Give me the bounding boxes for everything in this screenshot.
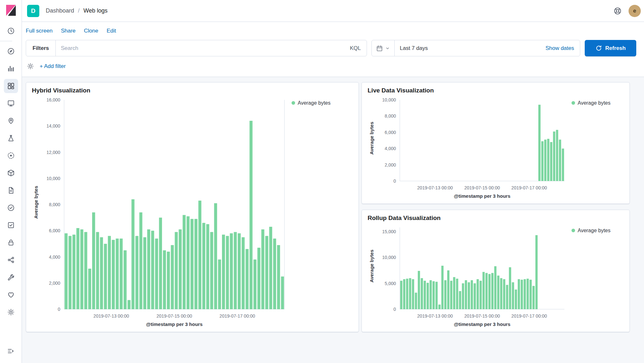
bar[interactable] (116, 239, 119, 309)
bar[interactable] (163, 250, 166, 309)
bar[interactable] (553, 131, 555, 181)
full-screen-link[interactable]: Full screen (26, 28, 53, 34)
bar[interactable] (254, 260, 256, 309)
bar[interactable] (96, 232, 99, 309)
bar[interactable] (453, 277, 455, 309)
sidebar-item-maps[interactable] (0, 112, 22, 129)
bar[interactable] (155, 239, 158, 309)
sidebar-item-infrastructure[interactable] (0, 147, 22, 164)
bar[interactable] (500, 278, 502, 309)
bar[interactable] (506, 285, 508, 309)
bar[interactable] (518, 279, 520, 309)
bar[interactable] (479, 281, 482, 309)
bar[interactable] (151, 231, 154, 309)
sidebar-item-logs[interactable] (0, 164, 22, 182)
bar[interactable] (559, 139, 561, 181)
sidebar-item-machine-learning[interactable] (0, 129, 22, 147)
kibana-logo-icon[interactable] (6, 5, 16, 17)
filter-options-button[interactable] (26, 62, 34, 70)
hybrid-chart-plot[interactable]: 02,0004,0006,0008,00010,00012,00014,0001… (40, 95, 287, 329)
bar[interactable] (429, 280, 432, 309)
bar[interactable] (400, 281, 402, 309)
user-avatar[interactable]: e (629, 5, 641, 17)
bar[interactable] (427, 283, 429, 309)
rollup-chart-plot[interactable]: 05,00010,00015,0002019-07-13 00:002019-0… (376, 223, 567, 329)
bar[interactable] (538, 105, 541, 181)
bar[interactable] (100, 237, 103, 309)
bar[interactable] (190, 219, 193, 309)
bar[interactable] (465, 280, 467, 309)
bar[interactable] (159, 218, 162, 309)
bar[interactable] (544, 139, 546, 181)
bar[interactable] (214, 203, 217, 309)
bar[interactable] (438, 305, 441, 309)
bar[interactable] (535, 235, 538, 309)
bar[interactable] (104, 244, 107, 309)
bar[interactable] (436, 282, 438, 309)
sidebar-item-apm[interactable] (0, 182, 22, 199)
bar[interactable] (124, 250, 127, 309)
date-range-value[interactable]: Last 7 days (395, 45, 428, 52)
bar[interactable] (424, 281, 426, 309)
bar[interactable] (171, 245, 174, 309)
bar[interactable] (179, 229, 182, 309)
bar[interactable] (403, 279, 405, 309)
sidebar-item-recently-viewed[interactable] (0, 22, 22, 40)
bar[interactable] (547, 139, 549, 181)
bar[interactable] (524, 279, 526, 309)
chart-legend[interactable]: Average bytes (567, 95, 624, 200)
bar[interactable] (462, 283, 464, 309)
space-badge[interactable]: D (27, 5, 39, 17)
bar[interactable] (64, 233, 67, 309)
bar[interactable] (198, 201, 201, 309)
filters-button[interactable]: Filters (26, 40, 56, 56)
bar[interactable] (273, 239, 276, 309)
bar[interactable] (459, 291, 461, 309)
bar[interactable] (476, 279, 479, 309)
bar[interactable] (218, 260, 221, 309)
date-quick-menu-button[interactable] (372, 40, 395, 56)
sidebar-item-dashboard[interactable] (0, 77, 22, 95)
bar[interactable] (175, 232, 178, 309)
bar[interactable] (226, 236, 229, 310)
chart-legend[interactable]: Average bytes (287, 95, 353, 329)
bar[interactable] (139, 212, 142, 309)
bar[interactable] (112, 240, 115, 309)
bar[interactable] (497, 276, 499, 309)
bar[interactable] (412, 279, 414, 309)
bar[interactable] (80, 229, 83, 309)
sidebar-item-canvas[interactable] (0, 95, 22, 112)
bar[interactable] (72, 234, 75, 309)
live-chart-plot[interactable]: 02,0004,0006,0008,00010,0002019-07-13 00… (376, 95, 567, 200)
show-dates-button[interactable]: Show dates (545, 45, 580, 52)
bar[interactable] (230, 233, 233, 309)
bar[interactable] (147, 229, 150, 309)
bar[interactable] (108, 236, 111, 310)
bar[interactable] (521, 280, 523, 309)
bar[interactable] (120, 239, 122, 309)
bar[interactable] (444, 280, 447, 309)
share-link[interactable]: Share (61, 28, 75, 34)
bar[interactable] (84, 232, 87, 309)
bar[interactable] (238, 233, 241, 309)
sidebar-item-siem[interactable] (0, 216, 22, 234)
bar[interactable] (265, 236, 268, 310)
sidebar-item-dev-tools[interactable] (0, 269, 22, 286)
bar[interactable] (447, 270, 449, 309)
bar[interactable] (494, 266, 496, 309)
sidebar-item-visualize[interactable] (0, 60, 22, 77)
bar[interactable] (210, 232, 213, 309)
breadcrumb-dashboard[interactable]: Dashboard (46, 7, 74, 14)
bar[interactable] (261, 229, 264, 309)
bar[interactable] (245, 249, 248, 309)
bar[interactable] (509, 267, 511, 309)
help-button[interactable] (613, 6, 622, 15)
bar[interactable] (512, 282, 514, 309)
bar[interactable] (432, 281, 435, 309)
bar[interactable] (131, 199, 134, 309)
bar[interactable] (488, 274, 491, 309)
bar[interactable] (76, 228, 79, 309)
clone-link[interactable]: Clone (84, 28, 98, 34)
bar[interactable] (485, 273, 488, 309)
bar[interactable] (222, 234, 225, 309)
